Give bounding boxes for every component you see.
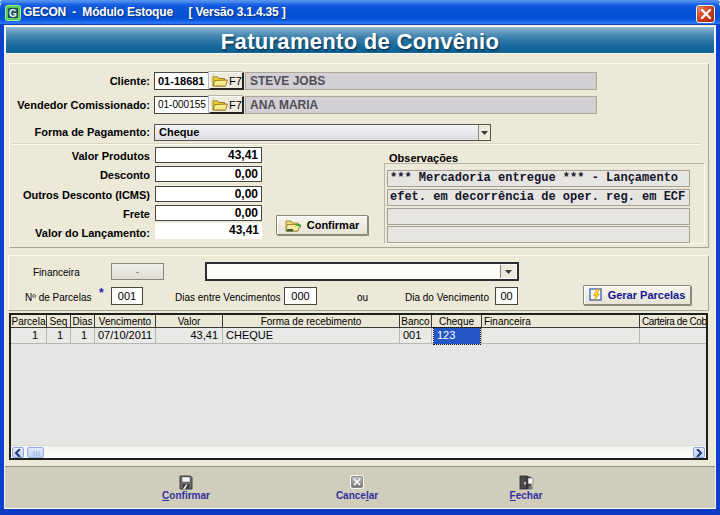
svg-text:G: G (9, 8, 17, 19)
